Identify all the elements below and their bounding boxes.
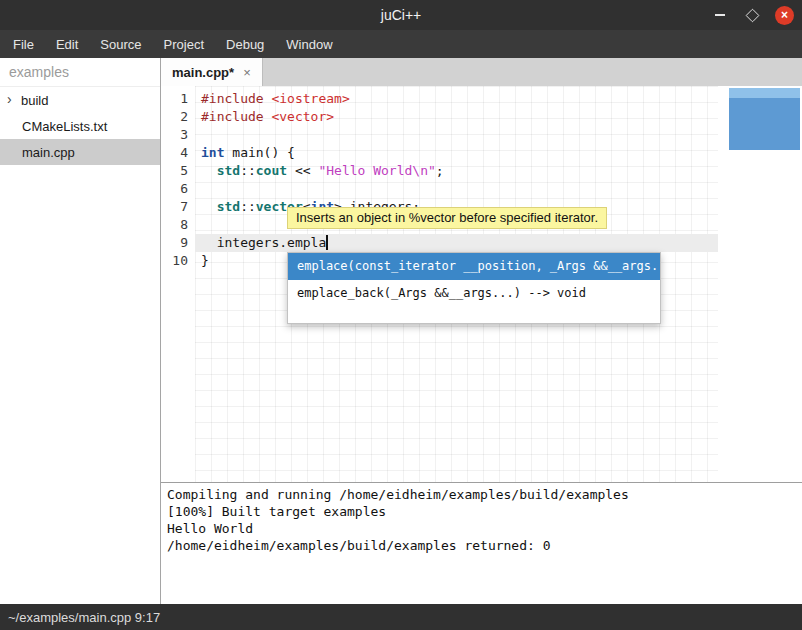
maximize-button[interactable] (743, 6, 761, 24)
line-number: 6 (161, 180, 195, 198)
code-token: cout (256, 163, 287, 178)
code-token: int (201, 145, 224, 160)
line-number: 5 (161, 162, 195, 180)
menu-item-source[interactable]: Source (89, 30, 152, 58)
line-number: 9 (161, 234, 195, 252)
terminal-panel: Compiling and running /home/eidheim/exam… (161, 483, 802, 604)
window-controls: × (711, 0, 794, 30)
terminal-line: Hello World (167, 520, 802, 537)
sidebar: examples ›buildCMakeLists.txtmain.cpp (0, 58, 161, 604)
editor[interactable]: 12345678910 #include <iostream>#include … (161, 86, 802, 483)
code-token: ; (436, 163, 444, 178)
code-token: <iostream> (271, 91, 349, 106)
sidebar-item-cmakelists-txt[interactable]: CMakeLists.txt (0, 113, 160, 139)
code-line[interactable]: integers.empla (195, 234, 718, 252)
tab-label: main.cpp* (172, 65, 234, 80)
tab-bar: main.cpp* × (161, 58, 802, 86)
tab-main-cpp[interactable]: main.cpp* × (161, 58, 263, 86)
code-line[interactable]: #include <vector> (195, 108, 718, 126)
menu-item-project[interactable]: Project (153, 30, 215, 58)
code-token: <vector> (271, 109, 334, 124)
status-bar: ~/examples/main.cpp 9:17 (0, 604, 802, 630)
line-number: 7 (161, 198, 195, 216)
line-number: 3 (161, 126, 195, 144)
line-number: 8 (161, 216, 195, 234)
menu-item-window[interactable]: Window (275, 30, 343, 58)
sidebar-item-label: main.cpp (22, 145, 75, 160)
status-text: ~/examples/main.cpp 9:17 (8, 610, 160, 625)
line-number: 10 (161, 252, 195, 270)
line-number: 1 (161, 90, 195, 108)
menu-item-edit[interactable]: Edit (45, 30, 89, 58)
scroll-overview[interactable] (718, 86, 802, 482)
text-caret (326, 235, 328, 250)
tab-close-icon[interactable]: × (243, 65, 251, 80)
file-tree: ›buildCMakeLists.txtmain.cpp (0, 87, 160, 165)
sidebar-item-label: CMakeLists.txt (22, 119, 107, 134)
line-number: 2 (161, 108, 195, 126)
close-button[interactable]: × (775, 6, 794, 25)
code-line[interactable]: #include <iostream> (195, 90, 718, 108)
completion-popup: emplace(const_iterator __position, _Args… (287, 252, 661, 324)
app-window: juCi++ × FileEditSourceProjectDebugWindo… (0, 0, 802, 630)
sidebar-item-label: build (21, 93, 48, 108)
menu-item-file[interactable]: File (2, 30, 45, 58)
maximize-icon (745, 8, 759, 22)
code-line[interactable]: std::cout << "Hello World\n"; (195, 162, 718, 180)
code-token: :: (240, 199, 256, 214)
code-token (201, 163, 217, 178)
main-body: examples ›buildCMakeLists.txtmain.cpp ma… (0, 58, 802, 604)
code-token: } (201, 253, 209, 268)
minimize-button[interactable] (711, 6, 729, 24)
code-token: #include (201, 109, 264, 124)
line-number-gutter: 12345678910 (161, 86, 195, 482)
code-token: :: (240, 163, 256, 178)
code-token: << (287, 163, 318, 178)
scroll-handle[interactable] (729, 88, 800, 150)
code-token: std (217, 163, 240, 178)
menu-bar: FileEditSourceProjectDebugWindow (0, 30, 802, 58)
editor-pane: main.cpp* × 12345678910 #include <iostre… (161, 58, 802, 604)
sidebar-header: examples (0, 58, 160, 87)
chevron-right-icon: › (7, 92, 21, 106)
terminal-line: [100%] Built target examples (167, 503, 802, 520)
code-line[interactable] (195, 180, 718, 198)
window-title: juCi++ (381, 7, 421, 23)
code-line[interactable]: int main() { (195, 144, 718, 162)
code-token (201, 199, 217, 214)
completion-item[interactable]: emplace(const_iterator __position, _Args… (288, 253, 660, 280)
line-number: 4 (161, 144, 195, 162)
minimize-icon (715, 14, 725, 16)
menu-item-debug[interactable]: Debug (215, 30, 275, 58)
code-token: main() { (224, 145, 294, 160)
completion-item[interactable]: emplace_back(_Args &&__args...) --> void (288, 280, 660, 307)
sidebar-item-main-cpp[interactable]: main.cpp (0, 139, 160, 165)
terminal-line: Compiling and running /home/eidheim/exam… (167, 486, 802, 503)
window-titlebar: juCi++ × (0, 0, 802, 30)
code-token: std (217, 199, 240, 214)
code-line[interactable] (195, 126, 718, 144)
sidebar-item-build[interactable]: ›build (0, 87, 160, 113)
terminal-line: /home/eidheim/examples/build/examples re… (167, 537, 802, 554)
code-token: integers.empla (201, 235, 326, 250)
code-token: #include (201, 91, 264, 106)
completion-doc-tooltip: Inserts an object in %vector before spec… (287, 207, 607, 229)
code-token: "Hello World\n" (318, 163, 435, 178)
